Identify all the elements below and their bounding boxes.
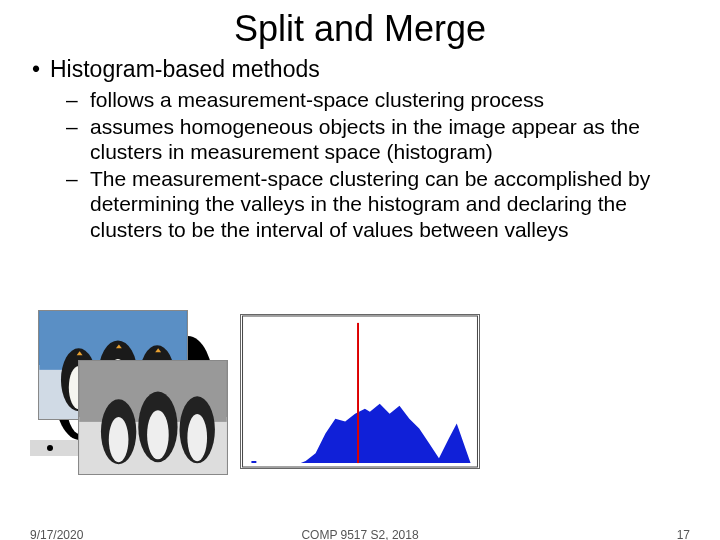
histogram-plot (240, 314, 480, 469)
image-row (30, 300, 690, 480)
svg-point-15 (187, 414, 207, 461)
svg-point-11 (109, 417, 129, 462)
footer-course: COMP 9517 S2, 2018 (301, 528, 418, 540)
footer-date: 9/17/2020 (30, 528, 83, 540)
grayscale-penguin-image (78, 360, 228, 475)
footer-page-number: 17 (677, 528, 690, 540)
bullet-level2: assumes homogeneous objects in the image… (66, 114, 692, 165)
slide-title: Split and Merge (0, 8, 720, 50)
bullet-level2: The measurement-space clustering can be … (66, 166, 692, 243)
slide-content: Histogram-based methods follows a measur… (0, 56, 720, 243)
svg-point-27 (47, 445, 53, 451)
svg-point-13 (147, 410, 169, 459)
bullet-level2: follows a measurement-space clustering p… (66, 87, 692, 113)
bullet-level1: Histogram-based methods (28, 56, 692, 83)
